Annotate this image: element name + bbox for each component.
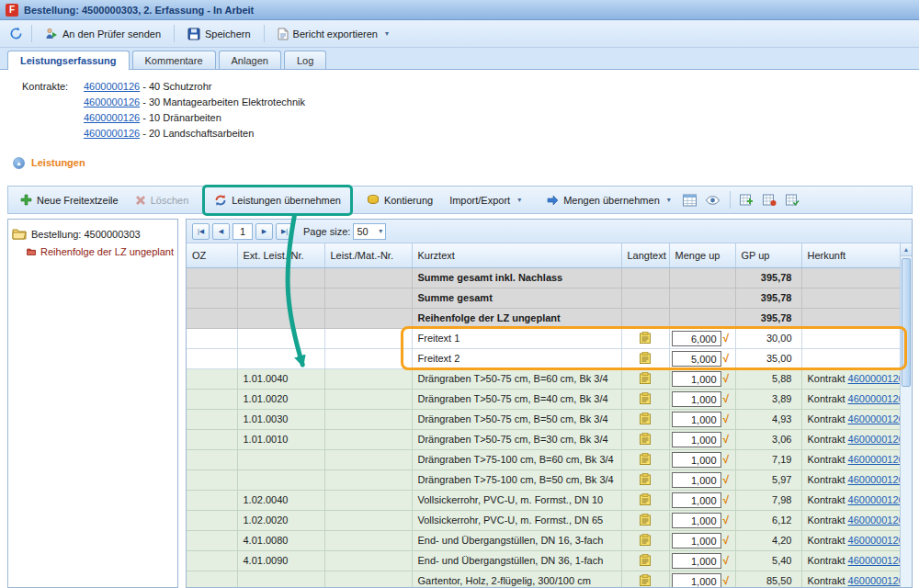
langtext-note-icon[interactable] <box>640 413 651 426</box>
save-button[interactable]: Speichern <box>180 23 258 45</box>
menge-input[interactable]: 1,000 <box>672 472 721 488</box>
langtext-note-icon[interactable] <box>640 534 651 548</box>
page-size-select[interactable]: 50▾ <box>353 223 386 240</box>
col-header-herkunft[interactable]: Herkunft <box>801 243 900 267</box>
formula-icon[interactable]: √ <box>723 434 733 445</box>
current-page-box[interactable]: 1 <box>233 223 253 240</box>
kontrakt-row[interactable]: 1.02.0020Vollsickerrohr, PVC-U, m. Forms… <box>187 510 900 530</box>
menge-input[interactable]: 1,000 <box>672 371 721 387</box>
menge-input[interactable]: 1,000 <box>672 432 721 447</box>
menge-input[interactable]: 1,000 <box>672 412 721 427</box>
summary-row[interactable]: Summe gesamt395,78 <box>187 288 900 308</box>
formula-icon[interactable]: √ <box>723 353 733 364</box>
freitext-row[interactable]: Freitext 16,000√30,00 <box>187 328 900 348</box>
herkunft-kontrakt-link[interactable]: 4600000126 <box>848 373 900 384</box>
last-page-button[interactable]: ▶| <box>276 223 293 240</box>
langtext-note-icon[interactable] <box>640 574 651 588</box>
collapse-icon[interactable]: ▲ <box>13 157 25 169</box>
herkunft-kontrakt-link[interactable]: 4600000126 <box>848 514 900 526</box>
langtext-note-icon[interactable] <box>640 433 651 447</box>
langtext-note-icon[interactable] <box>640 554 651 568</box>
kontrakt-row[interactable]: 1.01.0040Drängraben T>50-75 cm, B=60 cm,… <box>187 368 900 389</box>
tree-root-item[interactable]: Bestellung: 4500000303 <box>12 225 174 243</box>
leistungen-uebernehmen-button[interactable]: Leistungen übernehmen <box>207 189 348 211</box>
kontrakt-link[interactable]: 4600000126 <box>84 81 140 92</box>
langtext-note-icon[interactable] <box>640 493 651 507</box>
tab-leistungserfassung[interactable]: Leistungserfassung <box>7 51 130 70</box>
send-to-reviewer-button[interactable]: An den Prüfer senden <box>38 23 168 45</box>
tab-kommentare[interactable]: Kommentare <box>132 51 216 69</box>
loeschen-button[interactable]: Löschen <box>128 190 197 210</box>
formula-icon[interactable]: √ <box>723 474 733 485</box>
panel-splitter[interactable] <box>178 219 186 588</box>
kontrakt-link[interactable]: 4600000126 <box>84 112 140 123</box>
menge-input[interactable]: 1,000 <box>672 533 721 548</box>
herkunft-kontrakt-link[interactable]: 4600000126 <box>848 474 900 485</box>
kontrakt-row[interactable]: Gartentor, Holz, 2-flügelig, 300/100 cm1… <box>187 571 900 587</box>
menge-input[interactable]: 1,000 <box>672 391 721 407</box>
col-header-ext-leist-nr[interactable]: Ext. Leist.-Nr. <box>237 243 324 267</box>
prev-page-button[interactable]: ◀ <box>212 223 230 240</box>
kontrakt-row[interactable]: 1.01.0020Drängraben T>50-75 cm, B=40 cm,… <box>187 389 900 409</box>
mengen-uebernehmen-button[interactable]: Mengen übernehmen <box>539 190 678 210</box>
herkunft-kontrakt-link[interactable]: 4600000126 <box>848 555 900 566</box>
herkunft-kontrakt-link[interactable]: 4600000126 <box>848 454 900 465</box>
menge-input[interactable]: 1,000 <box>672 553 721 569</box>
formula-icon[interactable]: √ <box>723 373 733 384</box>
vertical-scrollbar[interactable]: ▲ <box>900 243 912 587</box>
herkunft-kontrakt-link[interactable]: 4600000126 <box>848 494 900 505</box>
import-export-button[interactable]: Import/Export <box>442 190 528 210</box>
col-header-kurztext[interactable]: Kurztext <box>412 243 621 267</box>
freitext-row[interactable]: Freitext 25,000√35,00 <box>187 348 900 368</box>
col-header-leist-mat-nr[interactable]: Leist./Mat.-Nr. <box>324 243 412 267</box>
formula-icon[interactable]: √ <box>723 555 733 566</box>
menge-input[interactable]: 6,000 <box>672 331 721 346</box>
summary-row[interactable]: Reihenfolge der LZ ungeplant395,78 <box>187 308 900 328</box>
herkunft-kontrakt-link[interactable]: 4600000126 <box>848 413 900 424</box>
kontrakt-link[interactable]: 4600000126 <box>84 96 140 107</box>
formula-icon[interactable]: √ <box>723 454 733 465</box>
langtext-note-icon[interactable] <box>640 453 651 467</box>
menge-input[interactable]: 1,000 <box>672 573 721 588</box>
table-edit-button[interactable] <box>760 190 780 209</box>
col-header-menge-up[interactable]: Menge up <box>669 243 735 267</box>
select-columns-button[interactable] <box>680 190 700 209</box>
first-page-button[interactable]: |◀ <box>192 223 210 240</box>
herkunft-kontrakt-link[interactable]: 4600000126 <box>848 434 900 445</box>
summary-row[interactable]: Summe gesamt inkl. Nachlass395,78 <box>187 267 900 288</box>
formula-icon[interactable]: √ <box>723 535 733 546</box>
neue-freitextzeile-button[interactable]: Neue Freitextzeile <box>13 189 126 210</box>
langtext-note-icon[interactable] <box>640 372 651 386</box>
formula-icon[interactable]: √ <box>723 494 733 505</box>
kontrakt-row[interactable]: Drängraben T>75-100 cm, B=60 cm, Bk 3/41… <box>187 449 900 469</box>
formula-icon[interactable]: √ <box>723 575 733 586</box>
menge-input[interactable]: 5,000 <box>672 351 721 367</box>
kontrakt-row[interactable]: 4.01.0080End- und Übergangstüllen, DN 16… <box>187 530 900 550</box>
next-page-button[interactable]: ▶ <box>255 223 273 240</box>
col-header-oz[interactable]: OZ <box>187 243 237 267</box>
kontrakt-row[interactable]: 4.01.0090End- und Übergangstüllen, DN 36… <box>187 550 900 571</box>
scroll-up-button[interactable]: ▲ <box>901 243 912 256</box>
kontrakt-row[interactable]: 1.01.0010Drängraben T>50-75 cm, B=30 cm,… <box>187 429 900 449</box>
kontierung-button[interactable]: Kontierung <box>359 189 440 210</box>
langtext-note-icon[interactable] <box>640 352 651 366</box>
langtext-note-icon[interactable] <box>640 392 651 406</box>
herkunft-kontrakt-link[interactable]: 4600000126 <box>848 393 900 404</box>
formula-icon[interactable]: √ <box>723 413 733 424</box>
col-header-gp-up[interactable]: GP up <box>735 243 801 267</box>
menge-input[interactable]: 1,000 <box>672 452 721 468</box>
formula-icon[interactable]: √ <box>723 333 733 344</box>
tab-anlagen[interactable]: Anlagen <box>219 51 281 69</box>
table-check-button[interactable] <box>783 190 803 209</box>
tree-child-item[interactable]: Reihenfolge der LZ ungeplant <box>12 243 174 260</box>
tab-log[interactable]: Log <box>284 51 326 69</box>
visibility-button[interactable] <box>703 190 723 209</box>
kontrakt-row[interactable]: Drängraben T>75-100 cm, B=50 cm, Bk 3/41… <box>187 469 900 490</box>
langtext-note-icon[interactable] <box>640 332 651 345</box>
herkunft-kontrakt-link[interactable]: 4600000126 <box>848 535 900 546</box>
formula-icon[interactable]: √ <box>723 393 733 404</box>
kontrakt-row[interactable]: 1.01.0030Drängraben T>50-75 cm, B=50 cm,… <box>187 409 900 429</box>
langtext-note-icon[interactable] <box>640 473 651 487</box>
herkunft-kontrakt-link[interactable]: 4600000126 <box>848 575 900 586</box>
table-add-button[interactable] <box>737 190 757 209</box>
